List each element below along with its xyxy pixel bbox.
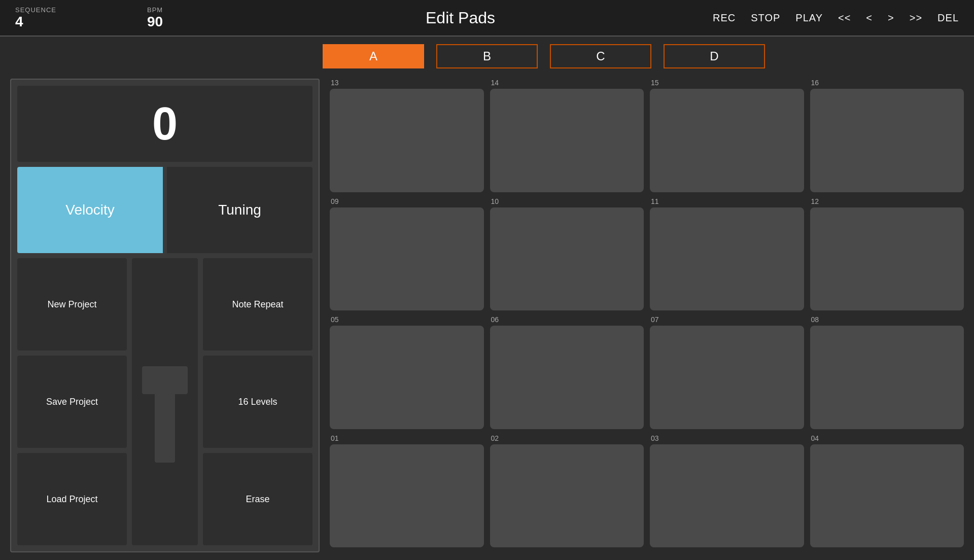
- sequence-value: 4: [15, 14, 117, 30]
- pad-row-3: 01020304: [330, 434, 964, 548]
- pad-number-03: 03: [650, 434, 804, 442]
- pad-15[interactable]: [650, 89, 804, 192]
- pad-cell-04: 04: [810, 434, 964, 548]
- display-value: 0: [17, 86, 312, 162]
- pad-cell-11: 11: [650, 197, 804, 311]
- pad-06[interactable]: [490, 326, 644, 429]
- pad-number-05: 05: [330, 316, 484, 324]
- play-button[interactable]: PLAY: [795, 12, 823, 24]
- bank-tab-c[interactable]: C: [550, 44, 651, 68]
- pad-05[interactable]: [330, 326, 484, 429]
- pad-cell-01: 01: [330, 434, 484, 548]
- right-function-buttons: Note Repeat 16 Levels Erase: [203, 258, 312, 545]
- pad-cell-06: 06: [490, 316, 644, 429]
- pad-07[interactable]: [650, 326, 804, 429]
- pad-number-01: 01: [330, 434, 484, 442]
- center-control: [132, 258, 198, 545]
- pad-number-02: 02: [490, 434, 644, 442]
- page-title: Edit Pads: [208, 9, 713, 27]
- main-content: 0 Velocity Tuning New Project Save Proje…: [0, 74, 974, 557]
- rewind-button[interactable]: <: [866, 12, 873, 24]
- left-project-buttons: New Project Save Project Load Project: [17, 258, 127, 545]
- erase-button[interactable]: Erase: [203, 453, 312, 545]
- pad-04[interactable]: [810, 444, 964, 548]
- pad-10[interactable]: [490, 207, 644, 311]
- velocity-button[interactable]: Velocity: [17, 167, 163, 253]
- bank-tab-d[interactable]: D: [664, 44, 765, 68]
- bottom-controls: New Project Save Project Load Project No…: [17, 258, 312, 545]
- tuning-button[interactable]: Tuning: [167, 167, 312, 253]
- pad-cell-08: 08: [810, 316, 964, 429]
- pad-08[interactable]: [810, 326, 964, 429]
- rewind-double-button[interactable]: <<: [838, 12, 851, 24]
- forward-double-button[interactable]: >>: [910, 12, 922, 24]
- pad-row-2: 05060708: [330, 316, 964, 429]
- pad-14[interactable]: [490, 89, 644, 192]
- t-shape-icon: [142, 351, 188, 452]
- pad-16[interactable]: [810, 89, 964, 192]
- mode-buttons: Velocity Tuning: [17, 167, 312, 253]
- transport-controls: REC STOP PLAY << < > >> DEL: [713, 12, 959, 24]
- pad-cell-15: 15: [650, 79, 804, 192]
- stop-button[interactable]: STOP: [751, 12, 780, 24]
- pad-12[interactable]: [810, 207, 964, 311]
- t-stem: [155, 381, 175, 463]
- sequence-label: SEQUENCE: [15, 6, 117, 14]
- pad-number-14: 14: [490, 79, 644, 87]
- pad-grid: 13141516091011120506070801020304: [330, 79, 964, 552]
- pad-number-08: 08: [810, 316, 964, 324]
- pad-number-11: 11: [650, 197, 804, 205]
- pad-cell-13: 13: [330, 79, 484, 192]
- pad-number-12: 12: [810, 197, 964, 205]
- bpm-label: BPM: [147, 6, 208, 14]
- top-bar: SEQUENCE 4 BPM 90 Edit Pads REC STOP PLA…: [0, 0, 974, 37]
- pad-number-07: 07: [650, 316, 804, 324]
- pad-number-13: 13: [330, 79, 484, 87]
- pad-number-09: 09: [330, 197, 484, 205]
- save-project-button[interactable]: Save Project: [17, 356, 127, 448]
- pad-03[interactable]: [650, 444, 804, 548]
- pad-01[interactable]: [330, 444, 484, 548]
- pad-cell-02: 02: [490, 434, 644, 548]
- pad-row-0: 13141516: [330, 79, 964, 192]
- pad-cell-14: 14: [490, 79, 644, 192]
- pad-row-1: 09101112: [330, 197, 964, 311]
- del-button[interactable]: DEL: [937, 12, 959, 24]
- pad-number-06: 06: [490, 316, 644, 324]
- pad-cell-05: 05: [330, 316, 484, 429]
- pad-cell-10: 10: [490, 197, 644, 311]
- pad-number-16: 16: [810, 79, 964, 87]
- new-project-button[interactable]: New Project: [17, 258, 127, 351]
- sixteen-levels-button[interactable]: 16 Levels: [203, 356, 312, 448]
- bpm-value: 90: [147, 14, 208, 30]
- pad-09[interactable]: [330, 207, 484, 311]
- note-repeat-button[interactable]: Note Repeat: [203, 258, 312, 351]
- pad-cell-16: 16: [810, 79, 964, 192]
- pad-11[interactable]: [650, 207, 804, 311]
- sequence-info: SEQUENCE 4: [15, 6, 117, 30]
- pad-number-04: 04: [810, 434, 964, 442]
- pad-cell-03: 03: [650, 434, 804, 548]
- load-project-button[interactable]: Load Project: [17, 453, 127, 545]
- pad-cell-07: 07: [650, 316, 804, 429]
- pad-02[interactable]: [490, 444, 644, 548]
- forward-button[interactable]: >: [888, 12, 894, 24]
- pad-cell-12: 12: [810, 197, 964, 311]
- bank-tab-b[interactable]: B: [436, 44, 538, 68]
- bpm-info: BPM 90: [147, 6, 208, 30]
- pad-number-10: 10: [490, 197, 644, 205]
- pad-number-15: 15: [650, 79, 804, 87]
- pad-13[interactable]: [330, 89, 484, 192]
- left-panel: 0 Velocity Tuning New Project Save Proje…: [10, 79, 320, 552]
- bank-tab-a[interactable]: A: [323, 44, 424, 68]
- pad-cell-09: 09: [330, 197, 484, 311]
- rec-button[interactable]: REC: [713, 12, 736, 24]
